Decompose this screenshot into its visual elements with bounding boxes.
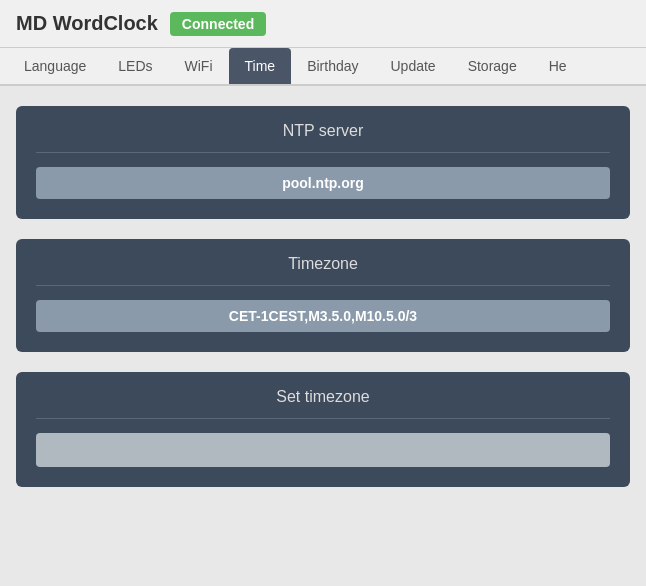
tab-time[interactable]: Time (229, 48, 292, 84)
tab-update[interactable]: Update (374, 48, 451, 84)
ntp-server-divider (36, 152, 610, 153)
timezone-value[interactable]: CET-1CEST,M3.5.0,M10.5.0/3 (36, 300, 610, 332)
tab-birthday[interactable]: Birthday (291, 48, 374, 84)
ntp-server-card: NTP server pool.ntp.org (16, 106, 630, 219)
connected-badge: Connected (170, 12, 266, 36)
set-timezone-title: Set timezone (36, 388, 610, 406)
timezone-divider (36, 285, 610, 286)
app-header: MD WordClock Connected (0, 0, 646, 48)
tab-wifi[interactable]: WiFi (169, 48, 229, 84)
tab-leds[interactable]: LEDs (102, 48, 168, 84)
ntp-server-title: NTP server (36, 122, 610, 140)
set-timezone-input[interactable] (36, 433, 610, 467)
tab-storage[interactable]: Storage (452, 48, 533, 84)
set-timezone-card: Set timezone (16, 372, 630, 487)
tab-he[interactable]: He (533, 48, 583, 84)
main-content: NTP server pool.ntp.org Timezone CET-1CE… (0, 86, 646, 507)
app-title: MD WordClock (16, 12, 158, 35)
ntp-server-value[interactable]: pool.ntp.org (36, 167, 610, 199)
timezone-title: Timezone (36, 255, 610, 273)
tab-language[interactable]: Language (8, 48, 102, 84)
set-timezone-divider (36, 418, 610, 419)
nav-tabs: Language LEDs WiFi Time Birthday Update … (0, 48, 646, 86)
timezone-card: Timezone CET-1CEST,M3.5.0,M10.5.0/3 (16, 239, 630, 352)
